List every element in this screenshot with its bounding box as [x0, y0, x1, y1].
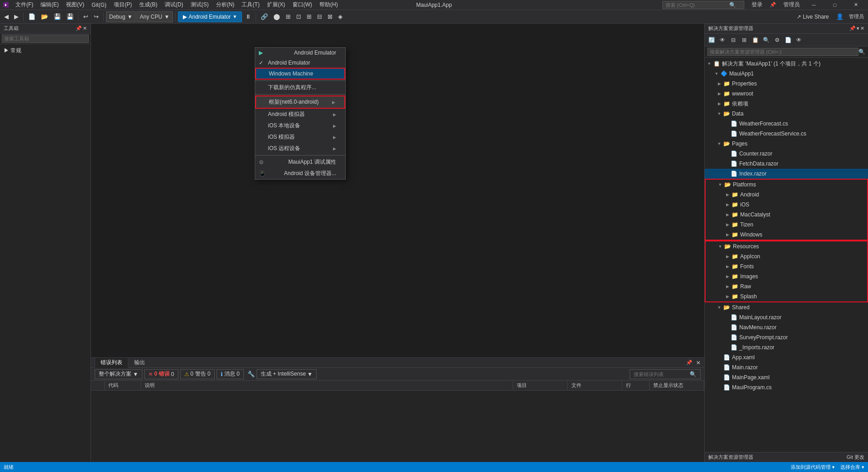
tree-fonts[interactable]: ▶ 📁 Fonts	[706, 261, 867, 271]
menu-build[interactable]: 生成(B)	[136, 0, 161, 10]
warning-count-btn[interactable]: ⚠ 0 警告 0	[180, 369, 215, 379]
tree-appicon[interactable]: ▶ 📁 AppIcon	[706, 251, 867, 261]
tree-weatherforecastservice[interactable]: 📄 WeatherForecastService.cs	[705, 129, 868, 139]
toolbox-pin-btn[interactable]: 📌	[76, 25, 82, 31]
manage-button[interactable]: 管理员	[780, 0, 803, 10]
save-all-button[interactable]: 💾	[64, 11, 76, 22]
tree-dependencies[interactable]: ▶ 📁 依赖项	[705, 99, 868, 109]
data-expand[interactable]: ▼	[716, 110, 723, 117]
message-count-btn[interactable]: ℹ 消息 0	[217, 369, 244, 379]
menu-extensions[interactable]: 扩展(X)	[263, 0, 289, 10]
col-line[interactable]: 行	[622, 381, 650, 390]
dropdown-download-emulator[interactable]: 下载新的仿真程序...	[255, 82, 345, 93]
se-solution-view-btn[interactable]: 🔍	[761, 35, 771, 45]
close-button[interactable]: ✕	[845, 0, 866, 10]
breakpoint-button[interactable]: ⬤	[271, 11, 283, 22]
properties-expand[interactable]: ▶	[716, 80, 723, 87]
tree-navmenu[interactable]: 📄 NavMenu.razor	[705, 322, 868, 332]
resources-expand[interactable]: ▼	[717, 243, 724, 250]
toolbox-general-section[interactable]: ▶ 常规	[2, 46, 89, 55]
se-sync-btn[interactable]: 🔄	[707, 35, 717, 45]
tree-tizen[interactable]: ▶ 📁 Tizen	[706, 220, 867, 230]
se-collapse-btn[interactable]: ⊞	[739, 35, 749, 45]
output-tab[interactable]: 输出	[128, 357, 151, 368]
ios-expand[interactable]: ▶	[724, 201, 731, 208]
dropdown-windows-machine[interactable]: Windows Machine	[255, 68, 345, 80]
se-close-btn[interactable]: ✕	[860, 25, 864, 31]
user-icon-btn[interactable]: 👤	[834, 11, 846, 22]
manage-extensions-btn[interactable]: 管理员	[847, 11, 866, 22]
images-expand[interactable]: ▶	[724, 273, 731, 280]
tree-imports[interactable]: 📄 _Imports.razor	[705, 342, 868, 352]
solution-expand-icon[interactable]: ▼	[706, 60, 713, 67]
cpu-dropdown[interactable]: Any CPU ▼	[136, 11, 172, 22]
dropdown-android-simulator[interactable]: Android 模拟器	[255, 109, 345, 120]
se-show-all-btn[interactable]: 👁	[717, 35, 727, 45]
debug-config-dropdown[interactable]: Debug ▼	[106, 11, 136, 22]
tree-wwwroot[interactable]: ▶ 📁 wwwroot	[705, 89, 868, 99]
tree-pages-folder[interactable]: ▼ 📂 Pages	[705, 139, 868, 149]
tree-mainrazor[interactable]: 📄 Main.razor	[705, 362, 868, 372]
menu-file[interactable]: 文件(F)	[12, 0, 37, 10]
solution-root-item[interactable]: ▼ 📋 解决方案 'MauiApp1' (1 个项目，共 1 个)	[705, 59, 868, 69]
error-search-input[interactable]	[634, 372, 688, 377]
toolbar-btn-7[interactable]: ⊡	[294, 11, 303, 22]
tree-index[interactable]: 📄 Index.razor	[705, 169, 868, 179]
appicon-expand[interactable]: ▶	[724, 253, 731, 260]
menu-tools[interactable]: 工具(T)	[238, 0, 263, 10]
toolbox-close-btn[interactable]: ✕	[83, 25, 87, 31]
error-count-btn[interactable]: ✕ 0 错误 0	[144, 369, 178, 379]
tree-platforms-folder[interactable]: ▼ 📂 Platforms	[706, 180, 867, 190]
menu-analyze[interactable]: 分析(N)	[212, 0, 238, 10]
se-menu-btn[interactable]: ▾	[857, 25, 859, 31]
tree-properties[interactable]: ▶ 📁 Properties	[705, 79, 868, 89]
tree-android[interactable]: ▶ 📁 Android	[706, 190, 867, 200]
toolbar-btn-9[interactable]: ⊟	[315, 11, 324, 22]
dropdown-ios-device[interactable]: iOS 本地设备	[255, 120, 345, 131]
menu-view[interactable]: 视图(V)	[62, 0, 88, 10]
project-item[interactable]: ▼ 🔷 MauiApp1	[705, 69, 868, 79]
save-button[interactable]: 💾	[51, 11, 63, 22]
menu-window[interactable]: 窗口(W)	[289, 0, 316, 10]
android-expand[interactable]: ▶	[724, 191, 731, 198]
tree-splash[interactable]: ▶ 📁 Splash	[706, 291, 867, 301]
tree-fetchdata[interactable]: 📄 FetchData.razor	[705, 159, 868, 169]
tree-raw[interactable]: ▶ 📁 Raw	[706, 281, 867, 291]
tree-ios[interactable]: ▶ 📁 iOS	[706, 200, 867, 210]
tree-windows[interactable]: ▶ 📁 Windows	[706, 230, 867, 240]
solution-scope-dropdown[interactable]: 整个解决方案 ▼	[95, 369, 142, 379]
maximize-button[interactable]: □	[824, 0, 845, 10]
splash-expand[interactable]: ▶	[724, 293, 731, 300]
menu-test[interactable]: 测试(S)	[187, 0, 212, 10]
tizen-expand[interactable]: ▶	[724, 221, 731, 228]
se-pending-btn[interactable]: 📋	[750, 35, 760, 45]
new-file-button[interactable]: 📄	[26, 11, 38, 22]
select-repo-btn[interactable]: 选择合库 ▾	[840, 464, 864, 471]
bottom-panel-close[interactable]: ✕	[696, 360, 701, 366]
tree-maccatalyst[interactable]: ▶ 📁 MacCatalyst	[706, 210, 867, 220]
se-settings-btn[interactable]: ⚙	[772, 35, 782, 45]
menu-project[interactable]: 项目(P)	[110, 0, 136, 10]
open-file-button[interactable]: 📂	[39, 11, 50, 22]
windows-expand[interactable]: ▶	[724, 231, 731, 238]
pause-button[interactable]: ⏸	[243, 11, 253, 22]
dropdown-ios-remote[interactable]: iOS 远程设备	[255, 143, 345, 154]
undo-button[interactable]: ↩	[81, 11, 91, 22]
col-file[interactable]: 文件	[568, 381, 622, 390]
col-suppress[interactable]: 禁止显示状态	[650, 381, 704, 390]
tree-mainpagexaml[interactable]: 📄 MainPage.xaml	[705, 372, 868, 382]
shared-expand[interactable]: ▼	[716, 304, 723, 311]
dropdown-ios-simulator[interactable]: iOS 模拟器	[255, 131, 345, 143]
global-search-input[interactable]	[666, 2, 729, 8]
tree-shared-folder[interactable]: ▼ 📂 Shared	[705, 302, 868, 312]
dropdown-run-android-item[interactable]: ▶ Android Emulator	[255, 48, 345, 58]
toolbar-btn-11[interactable]: ◈	[336, 11, 345, 22]
se-preview-btn[interactable]: 👁	[794, 35, 804, 45]
solution-search-input[interactable]	[707, 48, 858, 56]
redo-button[interactable]: ↪	[91, 11, 101, 22]
menu-debug[interactable]: 调试(D)	[161, 0, 187, 10]
menu-git[interactable]: Git(G)	[88, 1, 110, 9]
dropdown-framework-item[interactable]: 框架(net6.0-android)	[255, 95, 345, 109]
tree-surveyprompt[interactable]: 📄 SurveyPrompt.razor	[705, 332, 868, 342]
menu-help[interactable]: 帮助(H)	[316, 0, 342, 10]
